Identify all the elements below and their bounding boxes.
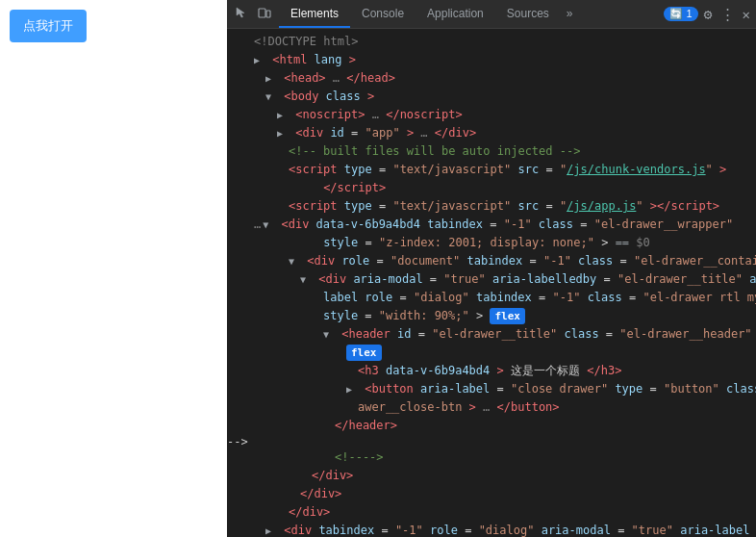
code-line-div-close1: </div> (227, 467, 756, 485)
code-line-script-app: <script type = "text/javascript" src = "… (227, 197, 756, 216)
code-line-header-close: </header> (227, 417, 756, 435)
triangle-header[interactable] (323, 326, 335, 343)
code-line-div-close2: </div> (227, 485, 756, 503)
devtools-tabs: Elements Console Application Sources » (279, 0, 579, 28)
code-line-script-close: </script> (227, 179, 756, 197)
code-line-head: <head> … </head> (227, 69, 756, 88)
code-line-header: <header id = "el-drawer__title" class = … (227, 325, 756, 344)
gear-icon[interactable]: ⚙ (702, 4, 715, 25)
code-line-button-close-end: awer__close-btn > … </button> (227, 398, 756, 417)
triangle-noscript[interactable] (277, 107, 289, 123)
toolbar-left-icons (227, 4, 279, 24)
tab-console[interactable]: Console (350, 0, 416, 28)
code-line-flex-badge-header: flex (227, 344, 756, 362)
ellipsis-icon[interactable]: ⋮ (718, 4, 737, 25)
triangle-body[interactable] (265, 89, 277, 105)
code-line-div-app: <div id = "app" > … </div> (227, 124, 756, 142)
flex-badge-header: flex (346, 345, 382, 361)
code-line-body: <body class > (227, 88, 756, 106)
tab-elements[interactable]: Elements (279, 0, 350, 28)
flex-badge: flex (490, 308, 525, 324)
close-icon[interactable]: ✕ (741, 5, 752, 24)
code-line-div-aria-modal: <div aria-modal = "true" aria-labelledby… (227, 270, 756, 289)
elements-panel-code[interactable]: <!DOCTYPE html> <html lang > <head> … (227, 29, 756, 537)
code-line-div-wrapper: … <div data-v-6b9a4bd4 tabindex = "-1" c… (227, 216, 756, 234)
open-button[interactable]: 点我打开 (10, 10, 87, 42)
triangle-container[interactable] (289, 253, 300, 269)
svg-rect-1 (266, 11, 270, 17)
code-line-div-dialog: <div tabindex = "-1" role = "dialog" ari… (227, 522, 756, 537)
triangle-app[interactable] (277, 125, 289, 141)
code-line-div-close3: </div> (227, 503, 756, 522)
tab-more[interactable]: » (561, 0, 579, 28)
devtools-panel: Elements Console Application Sources » 🔄… (227, 0, 756, 537)
code-line-button-close: <button aria-label = "close drawer" type… (227, 380, 756, 398)
triangle-aria-modal[interactable] (300, 271, 312, 288)
code-line-style-zindex: style = "z-index: 2001; display: none;" … (227, 234, 756, 252)
tab-sources[interactable]: Sources (495, 0, 561, 28)
code-line-html: <html lang > (227, 51, 756, 69)
triangle-dialog[interactable] (265, 523, 277, 537)
tab-application[interactable]: Application (416, 0, 495, 28)
code-line-h3: <h3 data-v-6b9a4bd4 > 这是一个标题 </h3> (227, 362, 756, 380)
chevron-right-icon: » (567, 7, 573, 20)
triangle-wrapper[interactable] (263, 217, 274, 233)
devtools-toolbar: Elements Console Application Sources » 🔄… (227, 0, 756, 29)
notification-badge[interactable]: 🔄 1 (664, 7, 697, 21)
code-line-label-dialog: label role = "dialog" tabindex = "-1" cl… (227, 289, 756, 307)
code-line-doctype: <!DOCTYPE html> (227, 33, 756, 51)
triangle-head[interactable] (265, 70, 277, 87)
svg-rect-0 (259, 9, 265, 17)
triangle-html[interactable] (254, 52, 265, 68)
code-line-comment-empty: <!----> (227, 448, 756, 467)
cursor-icon[interactable] (233, 4, 250, 24)
code-line-style-width: style = "width: 90%;" > flex (227, 307, 756, 325)
webpage-area: 点我打开 (0, 0, 227, 537)
code-line-div-container: <div role = "document" tabindex = "-1" c… (227, 252, 756, 270)
code-line-noscript: <noscript> … </noscript> (227, 106, 756, 124)
toolbar-right: 🔄 1 ⚙ ⋮ ✕ (664, 4, 756, 25)
code-line-script-vendors: <script type = "text/javascript" src = "… (227, 161, 756, 179)
device-icon[interactable] (256, 4, 273, 24)
triangle-button[interactable] (346, 381, 358, 397)
code-line-comment: <!-- built files will be auto injected -… (227, 142, 756, 161)
